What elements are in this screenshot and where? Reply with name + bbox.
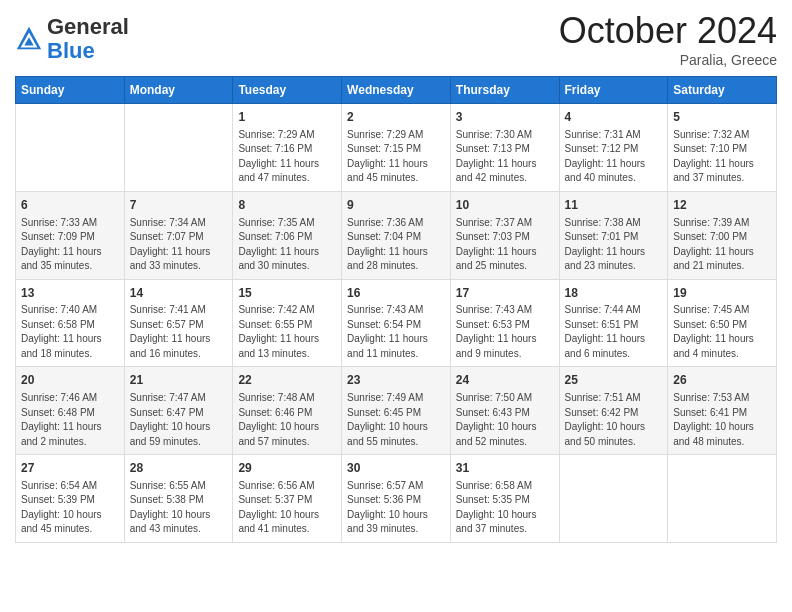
calendar-cell: 11Sunrise: 7:38 AMSunset: 7:01 PMDayligh… — [559, 191, 668, 279]
calendar-cell: 15Sunrise: 7:42 AMSunset: 6:55 PMDayligh… — [233, 279, 342, 367]
day-number: 28 — [130, 460, 228, 477]
day-info: Sunrise: 7:36 AMSunset: 7:04 PMDaylight:… — [347, 216, 445, 274]
calendar-cell: 31Sunrise: 6:58 AMSunset: 5:35 PMDayligh… — [450, 455, 559, 543]
day-number: 27 — [21, 460, 119, 477]
day-info: Sunrise: 7:43 AMSunset: 6:54 PMDaylight:… — [347, 303, 445, 361]
day-number: 5 — [673, 109, 771, 126]
calendar-cell: 14Sunrise: 7:41 AMSunset: 6:57 PMDayligh… — [124, 279, 233, 367]
day-info: Sunrise: 7:32 AMSunset: 7:10 PMDaylight:… — [673, 128, 771, 186]
day-number: 19 — [673, 285, 771, 302]
day-number: 11 — [565, 197, 663, 214]
calendar-week-row: 6Sunrise: 7:33 AMSunset: 7:09 PMDaylight… — [16, 191, 777, 279]
calendar-cell: 8Sunrise: 7:35 AMSunset: 7:06 PMDaylight… — [233, 191, 342, 279]
day-info: Sunrise: 6:56 AMSunset: 5:37 PMDaylight:… — [238, 479, 336, 537]
weekday-monday: Monday — [124, 77, 233, 104]
calendar-cell: 4Sunrise: 7:31 AMSunset: 7:12 PMDaylight… — [559, 104, 668, 192]
weekday-sunday: Sunday — [16, 77, 125, 104]
day-info: Sunrise: 6:57 AMSunset: 5:36 PMDaylight:… — [347, 479, 445, 537]
day-info: Sunrise: 7:41 AMSunset: 6:57 PMDaylight:… — [130, 303, 228, 361]
calendar-cell: 5Sunrise: 7:32 AMSunset: 7:10 PMDaylight… — [668, 104, 777, 192]
day-number: 4 — [565, 109, 663, 126]
calendar-cell: 25Sunrise: 7:51 AMSunset: 6:42 PMDayligh… — [559, 367, 668, 455]
logo-general-text: General — [47, 14, 129, 39]
day-number: 29 — [238, 460, 336, 477]
day-number: 3 — [456, 109, 554, 126]
weekday-saturday: Saturday — [668, 77, 777, 104]
day-number: 13 — [21, 285, 119, 302]
calendar-cell — [124, 104, 233, 192]
day-number: 25 — [565, 372, 663, 389]
calendar-week-row: 20Sunrise: 7:46 AMSunset: 6:48 PMDayligh… — [16, 367, 777, 455]
day-info: Sunrise: 7:31 AMSunset: 7:12 PMDaylight:… — [565, 128, 663, 186]
calendar-cell — [16, 104, 125, 192]
day-info: Sunrise: 7:40 AMSunset: 6:58 PMDaylight:… — [21, 303, 119, 361]
day-number: 12 — [673, 197, 771, 214]
day-info: Sunrise: 7:50 AMSunset: 6:43 PMDaylight:… — [456, 391, 554, 449]
day-number: 16 — [347, 285, 445, 302]
day-number: 7 — [130, 197, 228, 214]
calendar-cell: 1Sunrise: 7:29 AMSunset: 7:16 PMDaylight… — [233, 104, 342, 192]
calendar-cell: 13Sunrise: 7:40 AMSunset: 6:58 PMDayligh… — [16, 279, 125, 367]
day-info: Sunrise: 7:33 AMSunset: 7:09 PMDaylight:… — [21, 216, 119, 274]
day-info: Sunrise: 7:35 AMSunset: 7:06 PMDaylight:… — [238, 216, 336, 274]
calendar-body: 1Sunrise: 7:29 AMSunset: 7:16 PMDaylight… — [16, 104, 777, 543]
calendar-cell: 10Sunrise: 7:37 AMSunset: 7:03 PMDayligh… — [450, 191, 559, 279]
calendar-cell: 19Sunrise: 7:45 AMSunset: 6:50 PMDayligh… — [668, 279, 777, 367]
calendar-cell: 20Sunrise: 7:46 AMSunset: 6:48 PMDayligh… — [16, 367, 125, 455]
calendar-cell: 30Sunrise: 6:57 AMSunset: 5:36 PMDayligh… — [342, 455, 451, 543]
calendar-cell: 9Sunrise: 7:36 AMSunset: 7:04 PMDaylight… — [342, 191, 451, 279]
day-number: 18 — [565, 285, 663, 302]
calendar-cell: 26Sunrise: 7:53 AMSunset: 6:41 PMDayligh… — [668, 367, 777, 455]
day-info: Sunrise: 7:48 AMSunset: 6:46 PMDaylight:… — [238, 391, 336, 449]
day-info: Sunrise: 7:37 AMSunset: 7:03 PMDaylight:… — [456, 216, 554, 274]
calendar-cell: 3Sunrise: 7:30 AMSunset: 7:13 PMDaylight… — [450, 104, 559, 192]
calendar-cell — [668, 455, 777, 543]
day-number: 2 — [347, 109, 445, 126]
day-number: 15 — [238, 285, 336, 302]
day-info: Sunrise: 7:46 AMSunset: 6:48 PMDaylight:… — [21, 391, 119, 449]
day-number: 31 — [456, 460, 554, 477]
day-number: 24 — [456, 372, 554, 389]
day-number: 1 — [238, 109, 336, 126]
calendar-cell: 18Sunrise: 7:44 AMSunset: 6:51 PMDayligh… — [559, 279, 668, 367]
day-info: Sunrise: 7:29 AMSunset: 7:16 PMDaylight:… — [238, 128, 336, 186]
calendar-cell: 16Sunrise: 7:43 AMSunset: 6:54 PMDayligh… — [342, 279, 451, 367]
calendar-cell: 6Sunrise: 7:33 AMSunset: 7:09 PMDaylight… — [16, 191, 125, 279]
calendar-cell: 23Sunrise: 7:49 AMSunset: 6:45 PMDayligh… — [342, 367, 451, 455]
day-info: Sunrise: 7:42 AMSunset: 6:55 PMDaylight:… — [238, 303, 336, 361]
calendar-cell: 2Sunrise: 7:29 AMSunset: 7:15 PMDaylight… — [342, 104, 451, 192]
day-info: Sunrise: 7:38 AMSunset: 7:01 PMDaylight:… — [565, 216, 663, 274]
day-info: Sunrise: 7:51 AMSunset: 6:42 PMDaylight:… — [565, 391, 663, 449]
weekday-wednesday: Wednesday — [342, 77, 451, 104]
calendar-cell: 7Sunrise: 7:34 AMSunset: 7:07 PMDaylight… — [124, 191, 233, 279]
day-number: 23 — [347, 372, 445, 389]
calendar-cell: 28Sunrise: 6:55 AMSunset: 5:38 PMDayligh… — [124, 455, 233, 543]
day-number: 26 — [673, 372, 771, 389]
day-number: 9 — [347, 197, 445, 214]
logo: General Blue — [15, 15, 129, 63]
calendar-cell: 17Sunrise: 7:43 AMSunset: 6:53 PMDayligh… — [450, 279, 559, 367]
logo-blue-text: Blue — [47, 38, 95, 63]
location-text: Paralia, Greece — [559, 52, 777, 68]
calendar-cell: 27Sunrise: 6:54 AMSunset: 5:39 PMDayligh… — [16, 455, 125, 543]
day-number: 8 — [238, 197, 336, 214]
day-info: Sunrise: 6:55 AMSunset: 5:38 PMDaylight:… — [130, 479, 228, 537]
weekday-tuesday: Tuesday — [233, 77, 342, 104]
title-block: October 2024 Paralia, Greece — [559, 10, 777, 68]
day-info: Sunrise: 7:44 AMSunset: 6:51 PMDaylight:… — [565, 303, 663, 361]
calendar-week-row: 27Sunrise: 6:54 AMSunset: 5:39 PMDayligh… — [16, 455, 777, 543]
weekday-header-row: SundayMondayTuesdayWednesdayThursdayFrid… — [16, 77, 777, 104]
calendar-cell: 12Sunrise: 7:39 AMSunset: 7:00 PMDayligh… — [668, 191, 777, 279]
day-info: Sunrise: 7:43 AMSunset: 6:53 PMDaylight:… — [456, 303, 554, 361]
day-number: 6 — [21, 197, 119, 214]
day-info: Sunrise: 6:58 AMSunset: 5:35 PMDaylight:… — [456, 479, 554, 537]
day-info: Sunrise: 7:29 AMSunset: 7:15 PMDaylight:… — [347, 128, 445, 186]
day-info: Sunrise: 7:34 AMSunset: 7:07 PMDaylight:… — [130, 216, 228, 274]
day-info: Sunrise: 7:45 AMSunset: 6:50 PMDaylight:… — [673, 303, 771, 361]
page-header: General Blue October 2024 Paralia, Greec… — [15, 10, 777, 68]
calendar-table: SundayMondayTuesdayWednesdayThursdayFrid… — [15, 76, 777, 543]
day-number: 22 — [238, 372, 336, 389]
calendar-cell: 29Sunrise: 6:56 AMSunset: 5:37 PMDayligh… — [233, 455, 342, 543]
day-info: Sunrise: 7:39 AMSunset: 7:00 PMDaylight:… — [673, 216, 771, 274]
day-number: 30 — [347, 460, 445, 477]
